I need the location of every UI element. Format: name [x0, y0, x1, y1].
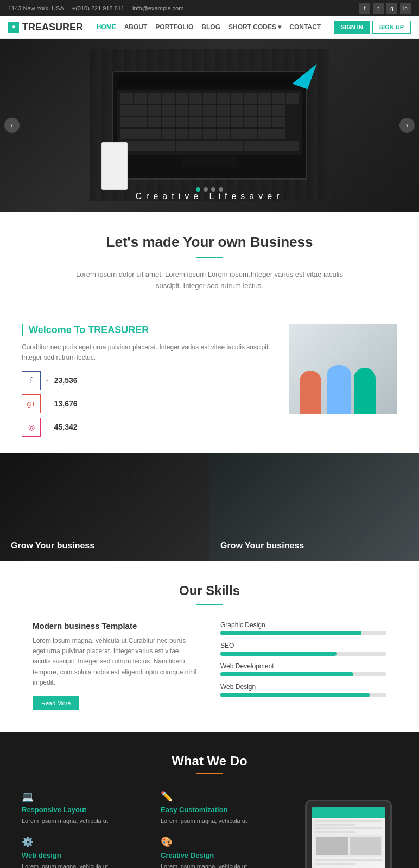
twitter-link[interactable]: t — [373, 3, 384, 14]
business-section: Let's made Your own Business Lorem ipsum… — [0, 212, 419, 314]
skills-underline — [196, 604, 223, 605]
feature-custom-title: Easy Customization — [161, 806, 289, 814]
welcome-brand: TREASURER — [88, 324, 149, 335]
tablet-line-6 — [314, 863, 355, 865]
feature-webdesign-text: Lorem ipsum magna, vehicula ut — [22, 862, 150, 868]
feature-webdesign-title: Web design — [22, 851, 150, 859]
hero-dot-1[interactable] — [196, 187, 200, 192]
tablet-screen — [312, 807, 385, 868]
facebook-count: 23,536 — [54, 376, 78, 385]
welcome-label: Welcome To — [29, 324, 88, 335]
grow-right-content: Grow Your business — [220, 541, 304, 551]
top-bar-left: 1143 New York, USA +(010) 221 918 811 in… — [8, 5, 183, 11]
business-heading: Let's made Your own Business — [43, 234, 376, 251]
address: 1143 New York, USA — [8, 5, 64, 11]
social-links: f t g in — [359, 3, 411, 14]
skill-bar-gd — [220, 631, 361, 635]
feature-creative-text: Lorem ipsum magna, vehicula ut — [161, 862, 289, 868]
tablet-line-2 — [314, 824, 355, 826]
tablet-topbar — [312, 807, 385, 818]
nav-shortcodes[interactable]: SHORT CODES ▾ — [228, 23, 281, 31]
feature-easy-custom: ✏️ Easy Customization Lorem ipsum magna,… — [161, 790, 289, 826]
navbar: ✦ TREASURER HOME ABOUT PORTFOLIO BLOG SH… — [0, 16, 419, 39]
whatwedo-tablet — [300, 790, 397, 868]
hero-dot-3[interactable] — [211, 187, 215, 192]
welcome-left: Welcome To TREASURER Curabitur nec puris… — [22, 324, 278, 437]
skill-label-gd: Graphic Design — [220, 621, 386, 629]
social-stat-fb: f - 23,536 — [22, 371, 278, 390]
google-link[interactable]: g — [386, 3, 397, 14]
business-underline — [196, 257, 223, 258]
skill-seo: SEO — [220, 642, 386, 656]
tablet-line-3 — [314, 827, 383, 829]
grow-left-content: Grow Your business — [11, 541, 94, 551]
hero-dot-4[interactable] — [219, 187, 223, 192]
tablet-screen-inner — [312, 807, 385, 868]
skill-bar-bg-gd — [220, 631, 386, 635]
tablet-line-5 — [314, 859, 383, 861]
skill-bar-webdesign — [220, 693, 370, 697]
instagram-count: 45,342 — [54, 423, 78, 431]
googleplus-count: 13,676 — [54, 399, 78, 408]
skill-bar-bg-webdesign — [220, 693, 386, 697]
signup-button[interactable]: SIGN UP — [372, 21, 411, 34]
instagram-icon: ◎ — [22, 418, 41, 437]
skills-heading: Our Skills — [33, 583, 386, 598]
feature-responsive-text: Lorem ipsum magna, vehicula ut — [22, 816, 150, 826]
skill-webdev: Web Development — [220, 662, 386, 676]
grow-left-panel[interactable]: Grow Your business — [0, 453, 210, 561]
top-bar: 1143 New York, USA +(010) 221 918 811 in… — [0, 0, 419, 16]
hero-dots — [0, 187, 419, 192]
nav-home[interactable]: HOME — [97, 23, 116, 31]
feature-creative: 🎨 Creative Design Lorem ipsum magna, veh… — [161, 836, 289, 868]
whatwedo-section: What We Do 💻 Responsive Layout Lorem ips… — [0, 732, 419, 868]
skill-webdesign: Web Design — [220, 683, 386, 697]
skills-left: Modern business Template Lorem ipsum mag… — [33, 621, 199, 710]
skill-label-webdesign: Web Design — [220, 683, 386, 691]
welcome-right — [289, 324, 397, 437]
social-stats: f - 23,536 g+ - 13,676 ◎ - 45,342 — [22, 371, 278, 437]
whatwedo-content: 💻 Responsive Layout Lorem ipsum magna, v… — [22, 790, 397, 868]
webdesign-icon: ⚙️ — [22, 836, 150, 848]
skills-left-heading: Modern business Template — [33, 621, 199, 630]
brand: ✦ TREASURER — [8, 22, 83, 33]
brand-name: TREASURER — [22, 22, 83, 33]
brand-icon: ✦ — [8, 22, 19, 33]
hero-section: ‹ › Creative Lifesaver — [0, 39, 419, 212]
skills-section: Our Skills Modern business Template Lore… — [0, 561, 419, 732]
nav-portfolio[interactable]: PORTFOLIO — [155, 23, 193, 31]
welcome-text: Curabitur nec puris eget urna pulvinar p… — [22, 342, 278, 363]
welcome-title: Welcome To TREASURER — [22, 324, 278, 336]
skills-right: Graphic Design SEO Web Development Web D… — [220, 621, 386, 710]
skill-bar-seo — [220, 652, 337, 656]
feature-responsive: 💻 Responsive Layout Lorem ipsum magna, v… — [22, 790, 150, 826]
responsive-icon: 💻 — [22, 790, 150, 802]
grow-right-label: Grow Your business — [220, 541, 304, 551]
facebook-icon: f — [22, 371, 41, 390]
feature-custom-text: Lorem ipsum magna, vehicula ut — [161, 816, 289, 826]
whatwedo-heading: What We Do — [22, 754, 397, 769]
skill-graphic-design: Graphic Design — [220, 621, 386, 635]
welcome-image — [289, 324, 397, 414]
feature-creative-title: Creative Design — [161, 851, 289, 859]
googleplus-icon: g+ — [22, 394, 41, 413]
nav-blog[interactable]: BLOG — [201, 23, 220, 31]
skill-bar-webdev — [220, 672, 353, 676]
read-more-button[interactable]: Read More — [33, 696, 79, 710]
social-stat-ig: ◎ - 45,342 — [22, 418, 278, 437]
grow-left-label: Grow Your business — [11, 541, 94, 551]
welcome-section: Welcome To TREASURER Curabitur nec puris… — [0, 314, 419, 453]
hero-dot-2[interactable] — [204, 187, 208, 192]
hero-title: Creative Lifesaver — [0, 192, 419, 201]
facebook-link[interactable]: f — [359, 3, 370, 14]
nav-contact[interactable]: CONTACT — [289, 23, 321, 31]
nav-about[interactable]: ABOUT — [124, 23, 148, 31]
tablet-line-1 — [314, 820, 383, 822]
grow-right-panel[interactable]: Grow Your business — [210, 453, 419, 561]
skill-label-seo: SEO — [220, 642, 386, 649]
whatwedo-underline — [196, 773, 223, 774]
creative-icon: 🎨 — [161, 836, 289, 848]
linkedin-link[interactable]: in — [400, 3, 411, 14]
signin-button[interactable]: SIGN IN — [334, 21, 370, 34]
phone: +(010) 221 918 811 — [72, 5, 124, 11]
